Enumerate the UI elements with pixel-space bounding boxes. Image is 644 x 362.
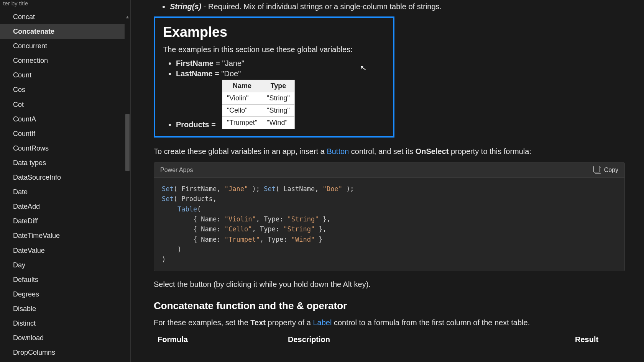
sidebar-item-datevalue[interactable]: DateValue — [0, 243, 130, 258]
var-name: FirstName — [176, 59, 214, 67]
table-cell: "String" — [262, 92, 295, 105]
text: For these examples, set the — [154, 318, 250, 327]
products-table-header: Type — [262, 80, 295, 92]
sidebar-item-distinct[interactable]: Distinct — [0, 316, 130, 331]
copy-label: Copy — [604, 167, 618, 174]
table-row: "Trumpet""Wind" — [222, 117, 294, 129]
onselect-bold: OnSelect — [416, 147, 449, 156]
sidebar-item-editform[interactable]: EditForm — [0, 360, 130, 362]
formula-table-header-row: Formula Description Result — [154, 335, 625, 344]
examples-heading: Examples — [163, 24, 385, 40]
sidebar-item-countif[interactable]: CountIf — [0, 126, 130, 141]
create-globals-paragraph: To create these global variables in an a… — [154, 146, 625, 157]
var-name: Products — [176, 120, 209, 129]
copy-button[interactable]: Copy — [595, 167, 618, 174]
sidebar-item-concatenate[interactable]: Concatenate — [0, 24, 130, 39]
table-row: "Cello""String" — [222, 105, 294, 117]
main-content: String(s) - Required. Mix of individual … — [131, 0, 644, 362]
sidebar-item-dateadd[interactable]: DateAdd — [0, 199, 130, 214]
sidebar-item-countrows[interactable]: CountRows — [0, 141, 130, 156]
filter-placeholder-text: ter by title — [3, 0, 28, 7]
param-name: String(s) — [170, 2, 201, 11]
sidebar-nav: ConcatConcatenateConcurrentConnectionCou… — [0, 11, 130, 362]
var-lastname: LastName = "Doe" — [176, 69, 385, 78]
text: To create these global variables in an a… — [154, 147, 327, 156]
col-result: Result — [575, 335, 621, 344]
sidebar-item-degrees[interactable]: Degrees — [0, 287, 130, 301]
sidebar-item-cos[interactable]: Cos — [0, 82, 130, 97]
sidebar-item-disable[interactable]: Disable — [0, 301, 130, 316]
table-row: "Violin""String" — [222, 92, 294, 105]
examples-intro: The examples in this section use these g… — [163, 44, 385, 55]
code-language-label: Power Apps — [160, 167, 193, 174]
sidebar-item-data-types[interactable]: Data types — [0, 156, 130, 170]
label-link[interactable]: Label — [313, 318, 332, 327]
sidebar-item-datasourceinfo[interactable]: DataSourceInfo — [0, 170, 130, 185]
sidebar-item-download[interactable]: Download — [0, 331, 130, 345]
col-description: Description — [288, 335, 575, 344]
table-cell: "Violin" — [222, 92, 262, 105]
examples-highlight-box: Examples The examples in this section us… — [154, 16, 394, 138]
var-value: "Doe" — [221, 69, 241, 78]
text: control to a formula from the first colu… — [332, 318, 530, 327]
label-paragraph: For these examples, set the Text propert… — [154, 317, 625, 328]
var-name: LastName — [176, 69, 213, 78]
sidebar-item-datediff[interactable]: DateDiff — [0, 214, 130, 228]
param-string: String(s) - Required. Mix of individual … — [170, 2, 625, 11]
copy-icon — [595, 167, 601, 174]
sidebar-item-connection[interactable]: Connection — [0, 53, 130, 68]
text-bold: Text — [250, 318, 266, 327]
sidebar: ter by title ConcatConcatenateConcurrent… — [0, 0, 131, 362]
code-block: Power Apps Copy Set( FirstName, "Jane" )… — [154, 162, 625, 271]
scrollbar-thumb[interactable] — [125, 114, 130, 171]
table-cell: "String" — [262, 105, 295, 117]
col-formula: Formula — [158, 335, 288, 344]
var-firstname: FirstName = "Jane" — [176, 59, 385, 68]
products-table: NameType "Violin""String""Cello""String"… — [222, 80, 295, 129]
table-cell: "Cello" — [222, 105, 262, 117]
sidebar-item-dropcolumns[interactable]: DropColumns — [0, 345, 130, 360]
sidebar-item-concat[interactable]: Concat — [0, 11, 130, 24]
sidebar-item-counta[interactable]: CountA — [0, 112, 130, 126]
sidebar-item-datetimevalue[interactable]: DateTimeValue — [0, 228, 130, 243]
param-desc: - Required. Mix of individual strings or… — [201, 2, 442, 11]
concatenate-subheading: Concatenate function and the & operator — [154, 300, 625, 312]
sidebar-item-date[interactable]: Date — [0, 185, 130, 199]
select-button-paragraph: Select the button (by clicking it while … — [154, 279, 625, 290]
sidebar-item-defaults[interactable]: Defaults — [0, 272, 130, 287]
var-products: Products = NameType "Violin""String""Cel… — [176, 80, 385, 129]
button-link[interactable]: Button — [327, 147, 349, 156]
sidebar-item-count[interactable]: Count — [0, 68, 130, 82]
sidebar-item-concurrent[interactable]: Concurrent — [0, 39, 130, 53]
table-cell: "Wind" — [262, 117, 295, 129]
sidebar-scrollbar[interactable]: ▲ — [125, 14, 130, 359]
products-table-header: Name — [222, 80, 262, 92]
scroll-up-arrow-icon[interactable]: ▲ — [125, 14, 130, 20]
text: control, and set its — [349, 147, 415, 156]
var-value: "Jane" — [222, 59, 245, 67]
table-cell: "Trumpet" — [222, 117, 262, 129]
sidebar-item-day[interactable]: Day — [0, 258, 130, 272]
text: property of a — [266, 318, 313, 327]
code-content: Set( FirstName, "Jane" ); Set( LastName,… — [154, 178, 624, 271]
filter-by-title-input[interactable]: ter by title — [0, 0, 130, 11]
text: property to this formula: — [449, 147, 531, 156]
sidebar-item-cot[interactable]: Cot — [0, 97, 130, 112]
